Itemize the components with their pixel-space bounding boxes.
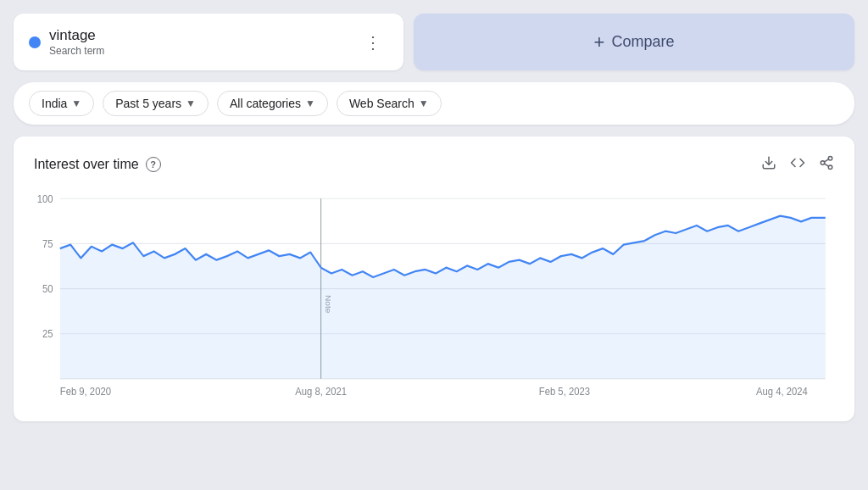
compare-plus-icon: + <box>594 31 605 53</box>
region-chevron-icon: ▼ <box>71 97 81 109</box>
svg-line-4 <box>824 164 828 166</box>
x-label-feb2020: Feb 9, 2020 <box>60 386 112 398</box>
download-icon[interactable] <box>761 155 776 174</box>
term-name: vintage <box>49 27 104 44</box>
chart-header: Interest over time ? <box>34 155 834 174</box>
region-filter-button[interactable]: India ▼ <box>29 91 94 116</box>
search-term-card: vintage Search term ⋮ <box>14 14 403 70</box>
chart-area: Note 100 75 50 25 Feb 9, 2020 Aug 8, 202… <box>34 189 834 409</box>
chart-actions <box>761 155 834 174</box>
share-icon[interactable] <box>819 155 834 174</box>
trend-chart: Note 100 75 50 25 Feb 9, 2020 Aug 8, 202… <box>34 189 834 409</box>
search-term-left: vintage Search term <box>29 27 104 57</box>
category-filter-label: All categories <box>230 97 301 110</box>
x-label-aug2021: Aug 8, 2021 <box>295 386 347 398</box>
term-label: Search term <box>49 45 104 57</box>
time-range-filter-button[interactable]: Past 5 years ▼ <box>103 91 209 116</box>
filters-row: India ▼ Past 5 years ▼ All categories ▼ … <box>14 82 854 125</box>
compare-label: Compare <box>611 33 674 51</box>
y-label-100: 100 <box>37 192 53 205</box>
svg-line-5 <box>824 159 828 162</box>
embed-icon[interactable] <box>790 155 805 174</box>
kebab-menu-button[interactable]: ⋮ <box>358 29 388 56</box>
region-filter-label: India <box>42 97 67 110</box>
top-row: vintage Search term ⋮ + Compare <box>14 14 854 70</box>
compare-content: + Compare <box>594 31 675 53</box>
category-chevron-icon: ▼ <box>305 97 315 109</box>
time-range-filter-label: Past 5 years <box>115 97 181 110</box>
chart-title: Interest over time <box>34 157 139 172</box>
search-type-chevron-icon: ▼ <box>419 97 429 109</box>
category-filter-button[interactable]: All categories ▼ <box>217 91 328 116</box>
search-type-filter-label: Web Search <box>349 97 415 110</box>
search-term-info: vintage Search term <box>49 27 104 57</box>
chart-title-area: Interest over time ? <box>34 157 161 172</box>
search-term-dot <box>29 36 41 48</box>
chart-fill-right <box>321 216 826 379</box>
x-label-aug2024: Aug 4, 2024 <box>756 386 808 398</box>
search-type-filter-button[interactable]: Web Search ▼ <box>337 91 442 116</box>
help-icon[interactable]: ? <box>146 157 161 172</box>
x-label-feb2023: Feb 5, 2023 <box>539 386 591 398</box>
chart-card: Interest over time ? <box>14 136 854 421</box>
y-label-75: 75 <box>42 237 53 250</box>
chart-fill-left <box>60 242 321 379</box>
y-label-25: 25 <box>42 328 53 341</box>
time-range-chevron-icon: ▼ <box>186 97 196 109</box>
y-label-50: 50 <box>42 283 53 296</box>
compare-card[interactable]: + Compare <box>414 14 854 70</box>
